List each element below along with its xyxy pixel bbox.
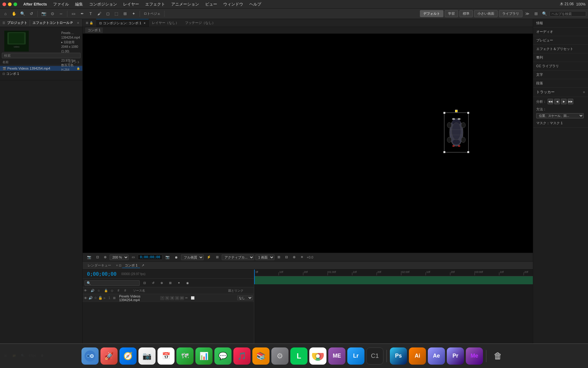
dock-calendar[interactable]: 📅 [157, 347, 175, 365]
layer-lock[interactable]: 🔓 [98, 296, 103, 300]
effects-preset-panel-item[interactable]: エフェクト＆プリセット [533, 45, 588, 53]
project-search-input[interactable] [2, 53, 81, 58]
rotate-tool[interactable]: ↺ [28, 10, 35, 17]
dock-chrome[interactable] [309, 347, 326, 365]
car-object[interactable] [444, 113, 469, 152]
tl-tool-4[interactable]: ⊞ [167, 279, 174, 287]
workspace-library[interactable]: ライブラリ [499, 10, 522, 17]
workspace-panel-toggle[interactable]: ⊞ [532, 10, 540, 17]
app-menu[interactable]: After Effects [21, 1, 49, 7]
comp-tab-main[interactable]: ⊡ コンポジション: コンポ 1 × [96, 19, 149, 27]
viewer-toggle-btn[interactable]: ⊕ [291, 255, 297, 260]
home-tool[interactable]: ⌂ [2, 10, 9, 17]
viewer-exposure-btn[interactable]: ☀ [299, 255, 305, 260]
viewer-zoom-btn[interactable]: ⊡ [94, 255, 101, 260]
file-menu[interactable]: ファイル [51, 1, 71, 8]
tl-tool-6[interactable]: ◉ [184, 279, 191, 287]
handle-tl[interactable] [443, 112, 445, 114]
eraser-tool[interactable]: ◻ [104, 10, 111, 17]
viewer-fit-btn[interactable]: ▭ [130, 255, 137, 260]
layer-menu[interactable]: レイヤー [121, 1, 141, 8]
viewer-record-btn[interactable]: ⏺ [173, 255, 180, 260]
handle-bl[interactable] [443, 151, 445, 153]
viewer-fast-preview-btn[interactable]: ⚡ [205, 255, 213, 260]
comp-tab-close[interactable]: × [144, 21, 145, 25]
window-menu[interactable]: ウィンドウ [221, 1, 246, 8]
layer-name[interactable]: Pexels Videos 1394254.mp4 [119, 294, 159, 302]
dock-line[interactable]: L [290, 347, 307, 365]
layer-visibility[interactable]: 👁 [84, 296, 87, 300]
tl-playhead-marker[interactable] [254, 270, 255, 276]
align-panel-item[interactable]: 整列 [533, 53, 588, 62]
footage-tab[interactable]: フッテージ（なし） [182, 19, 218, 27]
text-panel-item[interactable]: 文字 [533, 71, 588, 79]
comp-name-tab[interactable]: コンポ 1 [85, 27, 103, 33]
tracker-menu-btn[interactable]: ≡ [583, 90, 585, 94]
layer-tab[interactable]: レイヤー（なし） [149, 19, 182, 27]
dock-trash[interactable]: 🗑 [489, 347, 507, 365]
sw-fx[interactable]: fx [165, 296, 169, 300]
layer-shy[interactable]: ▹ [104, 296, 106, 300]
viewer-screen-select[interactable]: 1 画面 [255, 255, 274, 260]
hand-tool[interactable]: ✋ [10, 10, 18, 17]
preview-panel-item[interactable]: プレビュー [533, 36, 588, 45]
viewer-render-btn[interactable]: ⊞ [214, 255, 221, 260]
type-tool[interactable]: T [87, 10, 94, 17]
dock-sysprefs[interactable]: ⚙ [271, 347, 288, 365]
sw-aa[interactable]: * [160, 296, 164, 300]
tracker-next-btn[interactable]: ▶ [561, 99, 567, 104]
layer-parent-select[interactable]: なし [237, 296, 253, 300]
dock-ae-render[interactable]: ME [328, 347, 345, 365]
dock-safari[interactable]: 🧭 [119, 347, 137, 365]
view-menu[interactable]: ビュー [203, 1, 220, 8]
dock-aftereffects[interactable]: Ae [428, 347, 445, 365]
panel-menu-btn[interactable]: ≡ [76, 21, 80, 25]
dock-media-encoder[interactable]: Me [466, 347, 483, 365]
tracker-prev-frame-btn[interactable]: ◀◀ [548, 99, 553, 104]
rotation-handle[interactable] [455, 110, 458, 112]
layer-audio-toggle[interactable]: 🔊 [89, 296, 93, 300]
comp-viewer[interactable] [83, 34, 533, 253]
orbit-tool[interactable]: ⊙ [49, 10, 56, 17]
roto-tool[interactable]: ⊞ [121, 10, 129, 17]
dock-capture[interactable]: C1 [366, 347, 383, 365]
sw-adjust[interactable]: ◎ [175, 296, 179, 300]
camera-tool[interactable]: 📷 [40, 10, 47, 17]
viewer-guide-btn[interactable]: ⊟ [283, 255, 290, 260]
help-menu[interactable]: ヘルプ [247, 1, 264, 8]
viewer-screenshot-btn[interactable]: 📷 [85, 255, 93, 260]
tl-layer-search[interactable] [85, 280, 140, 286]
tl-tool-5[interactable]: ✦ [175, 279, 183, 287]
tl-time-display[interactable]: 0;00;00;00 [85, 271, 119, 277]
viewer-grid-btn[interactable]: ⊞ [276, 255, 282, 260]
pen-tool[interactable]: ✒ [78, 10, 86, 17]
dock-photoshop[interactable]: Ps [390, 347, 407, 365]
rect-tool[interactable]: ▭ [70, 10, 77, 17]
dock-photos[interactable]: 📷 [138, 347, 156, 365]
comp-tl-label[interactable]: コンポ 1 [122, 263, 140, 268]
stamp-tool[interactable]: ⬚ [113, 10, 120, 17]
tracker-next-frame-btn[interactable]: ▶▶ [568, 99, 573, 104]
workspace-standard[interactable]: 標準 [459, 10, 473, 17]
dock-numbers[interactable]: 📊 [195, 347, 213, 365]
help-search[interactable] [549, 11, 586, 17]
viewer-reset-btn[interactable]: ⊕ [102, 255, 108, 260]
dock-premiere[interactable]: Pr [447, 347, 464, 365]
mask-panel-item[interactable]: マスク：マスク 1 [533, 119, 588, 128]
handle-tr[interactable] [467, 112, 469, 114]
tl-tool-3[interactable]: ⊕ [158, 279, 165, 287]
viewer-zoom-select[interactable]: 200 % [110, 255, 129, 260]
animation-menu[interactable]: アニメーション [169, 1, 202, 8]
workspace-more[interactable]: ≫ [524, 10, 531, 17]
sw-motion[interactable]: ⊕ [170, 296, 174, 300]
layer-solo[interactable]: ☆ [94, 296, 97, 300]
viewer-cam-btn[interactable]: 📷 [164, 255, 172, 260]
dock-finder[interactable] [81, 347, 99, 365]
tracker-prev-btn[interactable]: ◀ [554, 99, 560, 104]
fullscreen-button[interactable] [13, 2, 17, 6]
pan-tool[interactable]: ↔ [57, 10, 65, 17]
dock-illustrator[interactable]: Ai [409, 347, 426, 365]
tracker-method-select[interactable]: 位置、スケール、回... [536, 113, 584, 118]
handle-br[interactable] [467, 151, 469, 153]
info-panel-item[interactable]: 情報 [533, 19, 588, 28]
